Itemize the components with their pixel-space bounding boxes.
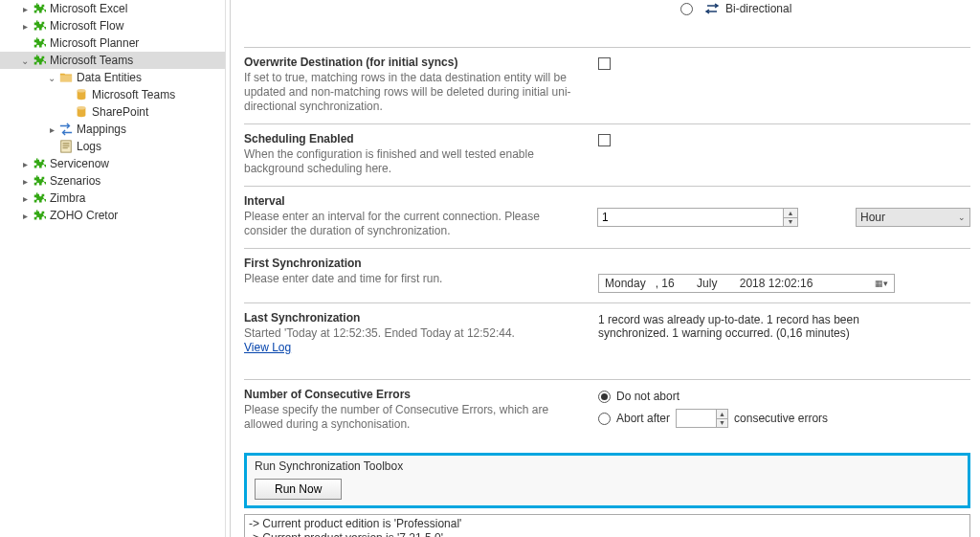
- tree-label: Logs: [77, 140, 101, 153]
- expander-icon[interactable]: ⌄: [19, 55, 31, 66]
- error-count-spinner[interactable]: ▲▼: [676, 409, 728, 428]
- calendar-dropdown-icon[interactable]: ▦▾: [875, 279, 888, 288]
- error-count-input[interactable]: [677, 410, 716, 427]
- puzzle-icon: [33, 209, 46, 222]
- tree-label: Servicenow: [50, 157, 109, 170]
- last-sync-status: 1 record was already up-to-date. 1 recor…: [598, 313, 924, 340]
- tree-item-ms-teams[interactable]: ⌄ Microsoft Teams: [0, 52, 225, 69]
- chevron-down-icon: ⌄: [958, 213, 966, 222]
- dropdown-value: Hour: [860, 211, 885, 224]
- tree-label: Mappings: [77, 123, 126, 136]
- log-output: -> Current product edition is 'Professio…: [244, 514, 970, 537]
- tree-label: Zimbra: [50, 191, 85, 205]
- tree-item-mappings[interactable]: ▸ Mappings: [0, 121, 225, 138]
- tree-label: ZOHO Cretor: [50, 209, 118, 222]
- tree-label: Szenarios: [50, 174, 100, 188]
- label-last-desc: Started 'Today at 12:52:35. Ended Today …: [244, 326, 587, 341]
- view-log-link[interactable]: View Log: [244, 341, 291, 354]
- svg-point-3: [78, 106, 86, 110]
- tree-label: SharePoint: [92, 105, 148, 119]
- label-last-title: Last Synchronization: [244, 311, 587, 324]
- tree-item-data-entities[interactable]: ⌄ Data Entities: [0, 69, 225, 86]
- tree-item-entity-teams[interactable]: Microsoft Teams: [0, 86, 225, 103]
- radio-icon: [598, 413, 611, 425]
- label-first-desc: Please enter date and time for first run…: [244, 272, 587, 286]
- first-sync-datetime[interactable]: Monday , 16 July 2018 12:02:16 ▦▾: [598, 274, 895, 293]
- expander-icon[interactable]: ▸: [19, 210, 31, 221]
- label-overwrite-title: Overwrite Destination (for initial syncs…: [244, 56, 587, 69]
- label-errors-title: Number of Consecutive Errors: [244, 388, 587, 401]
- label-sched-title: Scheduling Enabled: [244, 132, 587, 145]
- tree-label: Microsoft Planner: [50, 36, 139, 50]
- puzzle-icon: [33, 2, 46, 15]
- expander-icon[interactable]: ▸: [19, 175, 31, 187]
- svg-point-1: [78, 89, 86, 93]
- tree-item-zoho[interactable]: ▸ ZOHO Cretor: [0, 207, 225, 224]
- label-first-title: First Synchronization: [244, 257, 587, 270]
- tree-label: Microsoft Teams: [50, 54, 133, 67]
- puzzle-icon: [33, 157, 46, 170]
- run-sync-toolbox: Run Synchronization Toolbox Run Now: [244, 453, 970, 508]
- tree-label: Microsoft Excel: [50, 2, 127, 15]
- log-line: -> Current product version is '7.21.5.0': [249, 531, 966, 537]
- tree-item-szenarios[interactable]: ▸ Szenarios: [0, 172, 225, 190]
- interval-spinner[interactable]: ▲▼: [597, 208, 798, 227]
- radio-do-not-abort[interactable]: Do not abort: [598, 390, 679, 403]
- tree-item-ms-excel[interactable]: ▸ Microsoft Excel: [0, 0, 225, 17]
- expander-icon[interactable]: ⌄: [46, 72, 57, 83]
- label-overwrite-desc: If set to true, matching rows in the dat…: [244, 71, 587, 114]
- tree-item-entity-sharepoint[interactable]: SharePoint: [0, 103, 225, 121]
- overwrite-checkbox[interactable]: [598, 57, 611, 70]
- main-panel: Bi-directional Overwrite Destination (fo…: [231, 0, 980, 537]
- db-icon: [75, 105, 88, 119]
- puzzle-icon: [33, 174, 46, 188]
- puzzle-icon: [33, 19, 46, 33]
- spinner-arrows[interactable]: ▲▼: [783, 209, 797, 226]
- puzzle-icon: [33, 54, 46, 67]
- tree-label: Microsoft Teams: [92, 88, 175, 101]
- tree-item-logs[interactable]: Logs: [0, 138, 225, 155]
- datetime-value: Monday , 16 July 2018 12:02:16: [605, 277, 813, 290]
- expander-icon[interactable]: ▸: [19, 192, 31, 204]
- interval-input[interactable]: [598, 209, 783, 226]
- tree-item-ms-planner[interactable]: Microsoft Planner: [0, 34, 225, 52]
- label-interval-title: Interval: [244, 194, 586, 208]
- toolbox-title: Run Synchronization Toolbox: [255, 459, 960, 473]
- radio-icon: [598, 391, 611, 403]
- tree-label: Microsoft Flow: [50, 19, 123, 33]
- label-interval-desc: Please enter an interval for the current…: [244, 210, 586, 238]
- logs-icon: [59, 140, 73, 153]
- label-sched-desc: When the configuration is finished and w…: [244, 147, 587, 176]
- scheduling-checkbox[interactable]: [598, 134, 611, 146]
- radio-abort-after[interactable]: Abort after ▲▼ consecutive errors: [598, 409, 828, 428]
- tree-item-ms-flow[interactable]: ▸ Microsoft Flow: [0, 17, 225, 34]
- radio-icon: [680, 3, 693, 15]
- puzzle-icon: [33, 191, 46, 205]
- tree-item-servicenow[interactable]: ▸ Servicenow: [0, 155, 225, 172]
- expander-icon[interactable]: ▸: [46, 123, 57, 135]
- interval-unit-dropdown[interactable]: Hour ⌄: [856, 208, 970, 227]
- tree-item-zimbra[interactable]: ▸ Zimbra: [0, 190, 225, 207]
- expander-icon[interactable]: ▸: [19, 158, 31, 169]
- expander-icon[interactable]: ▸: [19, 20, 31, 32]
- db-icon: [75, 88, 88, 101]
- tree-label: Data Entities: [77, 71, 142, 84]
- mappings-icon: [59, 123, 73, 136]
- radio-label: Do not abort: [616, 390, 679, 403]
- label-errors-desc: Please specify the number of Consecutive…: [244, 403, 587, 432]
- spinner-arrows[interactable]: ▲▼: [716, 410, 727, 427]
- log-line: -> Current product edition is 'Professio…: [249, 517, 966, 531]
- radio-label-suffix: consecutive errors: [734, 412, 828, 425]
- navigation-tree: ▸ Microsoft Excel ▸ Microsoft Flow Micro…: [0, 0, 225, 537]
- puzzle-icon: [33, 36, 46, 50]
- bidirectional-icon: [703, 3, 721, 14]
- folder-icon: [59, 71, 73, 84]
- radio-label: Bi-directional: [725, 2, 791, 15]
- radio-bidirectional[interactable]: Bi-directional: [680, 2, 791, 15]
- radio-label-prefix: Abort after: [616, 412, 670, 425]
- expander-icon[interactable]: ▸: [19, 3, 31, 14]
- run-now-button[interactable]: Run Now: [255, 479, 342, 500]
